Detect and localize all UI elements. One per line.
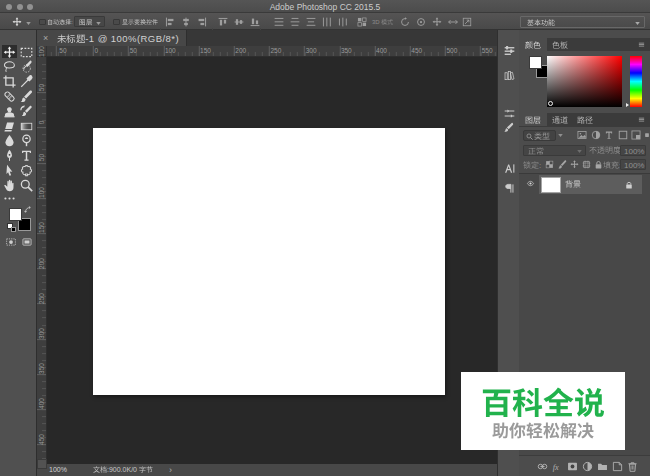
layer-row-background[interactable] <box>519 175 650 194</box>
layer-style-fx-icon[interactable]: fx <box>552 461 563 472</box>
layer-filter-kind-dropdown[interactable] <box>523 130 556 141</box>
distribute-vertical-centers-icon[interactable] <box>290 17 300 27</box>
new-adjustment-layer-icon[interactable] <box>582 461 593 472</box>
lock-position-icon[interactable] <box>570 160 579 169</box>
align-right-edges-icon[interactable] <box>197 17 207 27</box>
ruler-label: 350 <box>38 361 45 377</box>
3d-scale-icon[interactable] <box>462 17 472 27</box>
move-tool[interactable] <box>2 45 17 58</box>
3d-rotate-icon[interactable] <box>400 17 410 27</box>
workspace-dropdown[interactable] <box>520 16 645 28</box>
show-transform-checkbox[interactable] <box>113 19 120 26</box>
color-knobs-panel-icon[interactable] <box>504 45 515 56</box>
path-selection-tool[interactable] <box>2 163 17 176</box>
styles-panel-icon[interactable] <box>504 122 515 133</box>
blur-tool[interactable] <box>2 133 17 146</box>
tab-close-icon[interactable]: × <box>43 33 48 43</box>
gradient-tool[interactable] <box>19 119 34 132</box>
hue-slider[interactable] <box>630 56 642 107</box>
lock-all-icon[interactable] <box>594 160 603 169</box>
opacity-dropdown[interactable]: 100% <box>620 145 646 156</box>
document-tab[interactable]: × -1 @ 100%(RGB/8*) <box>37 30 187 46</box>
auto-align-layers-icon[interactable] <box>357 17 367 27</box>
libraries-panel-icon[interactable] <box>504 70 515 81</box>
filter-shape-icon[interactable] <box>618 130 628 140</box>
tab-channels[interactable] <box>546 113 574 126</box>
layers-panel-menu-icon[interactable] <box>638 117 645 123</box>
status-chevron-icon[interactable]: › <box>169 465 172 475</box>
tab-layers[interactable] <box>519 113 547 126</box>
zoom-level[interactable]: 100% <box>49 466 67 473</box>
tab-swatches[interactable] <box>546 38 574 51</box>
saturation-brightness-field[interactable] <box>547 56 622 107</box>
color-panel-menu-icon[interactable] <box>638 42 645 48</box>
foreground-color-swatch[interactable] <box>9 208 22 221</box>
tab-color[interactable] <box>519 38 547 51</box>
ruler-label: 0 <box>95 47 99 54</box>
eraser-tool[interactable] <box>2 119 17 132</box>
auto-select-checkbox[interactable] <box>39 19 46 26</box>
adjustments-panel-icon[interactable] <box>504 108 515 119</box>
align-vertical-centers-icon[interactable] <box>234 17 244 27</box>
tool-preset-chevron-icon[interactable] <box>26 22 31 25</box>
dodge-tool[interactable] <box>19 133 34 146</box>
layer-thumbnail[interactable] <box>541 177 561 193</box>
filter-image-icon[interactable] <box>577 130 587 140</box>
hand-tool[interactable] <box>2 178 17 191</box>
3d-slide-icon[interactable] <box>448 17 458 27</box>
filter-adjustment-icon[interactable] <box>591 130 601 140</box>
filter-kind-chevron-icon[interactable] <box>558 134 563 137</box>
3d-drag-icon[interactable] <box>432 17 442 27</box>
default-colors-icon[interactable] <box>7 223 16 232</box>
quick-selection-tool[interactable] <box>19 59 34 72</box>
edit-toolbar-ellipsis-button[interactable] <box>2 191 17 204</box>
color-field-marker[interactable] <box>548 101 553 106</box>
paragraph-panel-icon[interactable] <box>504 183 515 194</box>
align-top-edges-icon[interactable] <box>218 17 228 27</box>
hue-slider-marker[interactable] <box>626 103 629 107</box>
type-tool[interactable] <box>19 148 34 161</box>
link-layers-icon[interactable] <box>537 461 548 472</box>
lock-image-pixels-icon[interactable] <box>558 160 567 169</box>
brush-tool[interactable] <box>19 89 34 102</box>
canvas[interactable] <box>93 128 445 395</box>
switch-colors-icon[interactable] <box>24 206 32 214</box>
opacity-label: : <box>589 146 623 155</box>
align-bottom-edges-icon[interactable] <box>250 17 260 27</box>
history-brush-tool[interactable] <box>19 104 34 117</box>
align-horizontal-centers-icon[interactable] <box>181 17 191 27</box>
3d-roll-icon[interactable] <box>416 17 426 27</box>
distribute-left-edges-icon[interactable] <box>322 17 332 27</box>
lasso-tool[interactable] <box>2 59 17 72</box>
filter-toggle-icon[interactable] <box>644 132 650 138</box>
eyedropper-tool[interactable] <box>19 74 34 87</box>
distribute-bottom-edges-icon[interactable] <box>306 17 316 27</box>
screen-mode-button[interactable] <box>21 237 33 247</box>
zoom-tool[interactable] <box>19 178 34 191</box>
new-layer-icon[interactable] <box>612 461 623 472</box>
add-layer-mask-icon[interactable] <box>567 461 578 472</box>
distribute-horizontal-centers-icon[interactable] <box>338 17 348 27</box>
lock-artboard-icon[interactable] <box>582 160 591 169</box>
layer-visibility-eye-icon[interactable] <box>526 180 535 187</box>
filter-type-icon[interactable] <box>604 130 614 140</box>
clone-stamp-tool[interactable] <box>2 104 17 117</box>
delete-layer-icon[interactable] <box>627 461 638 472</box>
filter-smart-object-icon[interactable] <box>631 130 641 140</box>
character-panel-icon[interactable] <box>504 163 515 174</box>
spot-healing-brush-tool[interactable] <box>2 89 17 102</box>
distribute-top-edges-icon[interactable] <box>274 17 284 27</box>
align-left-edges-icon[interactable] <box>165 17 175 27</box>
blend-mode-dropdown[interactable] <box>523 145 586 156</box>
custom-shape-tool[interactable] <box>19 163 34 176</box>
auto-select-target-dropdown[interactable] <box>74 16 105 27</box>
lock-transparent-pixels-icon[interactable] <box>545 160 554 169</box>
pen-tool[interactable] <box>2 148 17 161</box>
rectangular-marquee-tool[interactable] <box>19 45 34 58</box>
crop-tool[interactable] <box>2 74 17 87</box>
fill-dropdown[interactable]: 100% <box>620 159 646 170</box>
tab-paths[interactable] <box>571 113 599 126</box>
new-group-icon[interactable] <box>597 461 608 472</box>
quick-mask-mode-button[interactable] <box>5 237 17 247</box>
foreground-color-swatch-panel[interactable] <box>529 56 542 69</box>
